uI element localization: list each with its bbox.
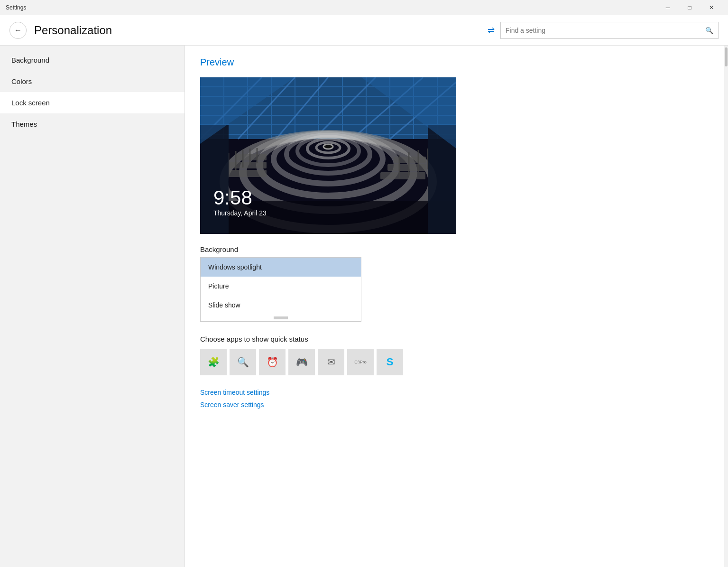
titlebar-controls: ─ □ ✕ bbox=[657, 0, 722, 15]
svg-rect-36 bbox=[380, 172, 425, 179]
search-box: 🔍 bbox=[500, 22, 719, 39]
header-right: ⇌ 🔍 bbox=[488, 22, 719, 39]
titlebar-title: Settings bbox=[6, 4, 26, 11]
page-title: Personalization bbox=[34, 24, 112, 37]
preview-date: Thursday, April 23 bbox=[213, 209, 267, 217]
sidebar: Background Colors Lock screen Themes bbox=[0, 46, 185, 567]
main-scrollbar bbox=[724, 46, 728, 567]
background-dropdown[interactable]: Windows spotlight Picture Slide show bbox=[200, 257, 361, 322]
minimize-button[interactable]: ─ bbox=[657, 0, 679, 15]
maximize-button[interactable]: □ bbox=[679, 0, 700, 15]
app-icon-alarm[interactable]: ⏰ bbox=[259, 349, 286, 375]
sidebar-item-lock-screen[interactable]: Lock screen bbox=[0, 92, 184, 113]
svg-rect-49 bbox=[200, 125, 229, 234]
preview-clock: 9:58 bbox=[213, 186, 267, 209]
background-label: Background bbox=[200, 245, 709, 253]
app-icon-skype[interactable]: S bbox=[377, 349, 403, 375]
scrollbar-thumb[interactable] bbox=[725, 47, 728, 66]
main-layout: Background Colors Lock screen Themes Pre… bbox=[0, 46, 728, 567]
header: ← Personalization ⇌ 🔍 bbox=[0, 15, 728, 46]
dropdown-option-windows-spotlight[interactable]: Windows spotlight bbox=[201, 258, 361, 277]
app-icon-puzzle[interactable]: 🧩 bbox=[200, 349, 227, 375]
app-icon-search[interactable]: 🔍 bbox=[230, 349, 256, 375]
app-icon-mail[interactable]: ✉ bbox=[318, 349, 344, 375]
pin-button[interactable]: ⇌ bbox=[488, 25, 495, 36]
preview-container: 9:58 Thursday, April 23 bbox=[200, 77, 456, 234]
svg-point-32 bbox=[323, 144, 333, 149]
screen-timeout-link[interactable]: Screen timeout settings bbox=[200, 389, 709, 396]
content-area: Preview bbox=[185, 46, 724, 567]
titlebar: Settings ─ □ ✕ bbox=[0, 0, 728, 15]
app-icon-folder[interactable]: C:\Pro bbox=[347, 349, 374, 375]
dropdown-scrollbar bbox=[274, 316, 288, 319]
search-icon: 🔍 bbox=[705, 27, 713, 34]
svg-rect-33 bbox=[224, 170, 267, 177]
preview-time: 9:58 Thursday, April 23 bbox=[213, 186, 267, 217]
folder-label: C:\Pro bbox=[354, 360, 367, 365]
search-input[interactable] bbox=[506, 27, 701, 34]
dropdown-option-slide-show[interactable]: Slide show bbox=[201, 296, 361, 315]
svg-rect-38 bbox=[394, 157, 426, 163]
back-button[interactable]: ← bbox=[9, 22, 27, 39]
app-icons-row: 🧩 🔍 ⏰ 🎮 ✉ C:\Pro S bbox=[200, 349, 709, 375]
titlebar-left: Settings bbox=[6, 4, 26, 11]
svg-rect-37 bbox=[387, 164, 426, 171]
close-button[interactable]: ✕ bbox=[700, 0, 722, 15]
sidebar-item-background[interactable]: Background bbox=[0, 49, 184, 71]
sidebar-item-colors[interactable]: Colors bbox=[0, 71, 184, 92]
svg-rect-34 bbox=[229, 162, 267, 168]
dropdown-option-picture[interactable]: Picture bbox=[201, 277, 361, 296]
screen-saver-link[interactable]: Screen saver settings bbox=[200, 401, 709, 409]
app-icon-xbox[interactable]: 🎮 bbox=[288, 349, 315, 375]
section-title: Preview bbox=[200, 57, 709, 68]
sidebar-item-themes[interactable]: Themes bbox=[0, 113, 184, 135]
svg-rect-35 bbox=[236, 154, 267, 160]
quick-status-label: Choose apps to show quick status bbox=[200, 335, 709, 343]
header-left: ← Personalization bbox=[9, 22, 112, 39]
